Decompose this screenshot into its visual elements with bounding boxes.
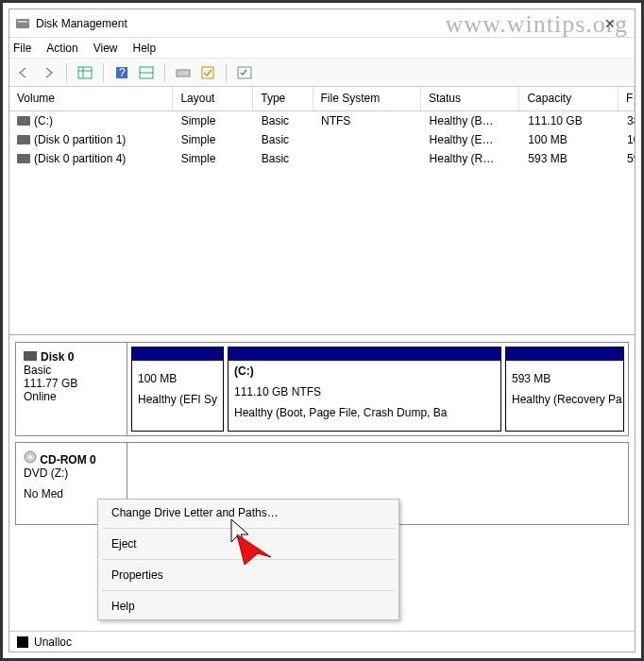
unallocated-label: Unalloc [34, 636, 72, 649]
cell-type: Basic [254, 131, 314, 148]
disk-icon [15, 16, 30, 31]
table-row[interactable]: (C:) Simple Basic NTFS Healthy (B… 111.1… [9, 111, 635, 130]
cell-free: 100 MB [619, 131, 635, 148]
settings-icon[interactable] [136, 62, 157, 83]
cell-volume: (Disk 0 partition 4) [34, 152, 126, 165]
context-menu: Change Drive Letter and Paths… Eject Pro… [97, 499, 399, 620]
col-layout[interactable]: Layout [173, 87, 253, 110]
cell-free: 38.04 G [619, 112, 635, 129]
menu-separator [102, 590, 395, 591]
cell-fs [314, 138, 422, 142]
menu-separator [102, 528, 395, 529]
menu-separator [102, 559, 395, 560]
cd-icon [24, 450, 37, 464]
part-size: 100 MB [132, 368, 223, 389]
separator [66, 63, 67, 82]
cell-type: Basic [254, 150, 314, 167]
titlebar: Disk Management ✕ [9, 9, 635, 38]
disk-type: Basic [24, 364, 119, 377]
drive-icon[interactable] [173, 62, 194, 83]
disk-0-label[interactable]: Disk 0 Basic 111.77 GB Online [16, 343, 127, 435]
unallocated-swatch [17, 636, 28, 648]
disk-size: 111.77 GB [24, 377, 119, 390]
cell-status: Healthy (E… [422, 131, 521, 148]
part-status: Healthy (Boot, Page File, Crash Dump, Ba [229, 402, 500, 423]
separator [226, 63, 227, 82]
legend-footer: Unalloc [9, 631, 635, 652]
partition-bar [506, 347, 623, 361]
volume-list[interactable]: (C:) Simple Basic NTFS Healthy (B… 111.1… [9, 111, 635, 334]
volume-list-header: Volume Layout Type File System Status Ca… [9, 87, 635, 111]
menu-eject[interactable]: Eject [98, 531, 398, 557]
cell-volume: (C:) [34, 114, 53, 127]
col-volume[interactable]: Volume [9, 87, 173, 110]
partition[interactable]: 593 MB Healthy (Recovery Pa [505, 347, 624, 432]
svg-point-13 [28, 455, 32, 459]
disk-icon [24, 351, 37, 361]
volume-icon [17, 116, 30, 126]
view-list-icon[interactable] [75, 62, 95, 83]
part-title: (C:) [234, 364, 254, 378]
cdrom-name: CD-ROM 0 [40, 453, 95, 466]
menu-help[interactable]: Help [98, 593, 398, 619]
menu-properties[interactable]: Properties [98, 562, 398, 588]
cell-capacity: 593 MB [520, 150, 619, 167]
svg-rect-0 [16, 19, 29, 28]
disk-0-partitions: 100 MB Healthy (EFI Sy (C:) 111.10 GB NT… [127, 343, 628, 435]
cell-status: Healthy (R… [422, 150, 521, 167]
col-free[interactable]: Free Sp [619, 87, 635, 110]
menu-view[interactable]: View [93, 42, 118, 55]
disk-0-row: Disk 0 Basic 111.77 GB Online 100 MB Hea… [15, 342, 629, 436]
menu-change-drive-letter[interactable]: Change Drive Letter and Paths… [98, 500, 398, 526]
toolbar: ? [9, 59, 635, 87]
close-button[interactable]: ✕ [591, 16, 629, 31]
volume-icon [17, 154, 30, 163]
cell-layout: Simple [174, 131, 254, 148]
table-row[interactable]: (Disk 0 partition 1) Simple Basic Health… [9, 130, 635, 149]
part-status: Healthy (Recovery Pa [506, 389, 623, 410]
cell-fs [314, 157, 422, 161]
svg-rect-1 [18, 21, 27, 23]
cell-capacity: 100 MB [520, 131, 619, 148]
help-icon[interactable]: ? [111, 62, 132, 83]
col-capacity[interactable]: Capacity [519, 87, 619, 110]
menu-action[interactable]: Action [46, 42, 77, 55]
window-title: Disk Management [36, 17, 591, 30]
part-size: 111.10 GB NTFS [229, 381, 500, 402]
disk-name: Disk 0 [41, 350, 74, 364]
partition[interactable]: (C:) 111.10 GB NTFS Healthy (Boot, Page … [228, 347, 501, 432]
cell-layout: Simple [174, 150, 254, 167]
menu-file[interactable]: File [13, 42, 31, 55]
menu-help[interactable]: Help [133, 42, 157, 55]
separator [103, 63, 104, 82]
part-status: Healthy (EFI Sy [132, 389, 223, 410]
cell-layout: Simple [174, 112, 254, 129]
part-size: 593 MB [506, 368, 623, 389]
svg-rect-9 [177, 70, 190, 76]
cell-free: 593 MB [619, 150, 635, 167]
svg-rect-10 [202, 67, 213, 78]
cell-capacity: 111.10 GB [520, 112, 619, 129]
col-fs[interactable]: File System [314, 87, 421, 110]
table-row[interactable]: (Disk 0 partition 4) Simple Basic Health… [9, 149, 635, 168]
menubar: File Action View Help [9, 38, 635, 59]
cell-status: Healthy (B… [422, 112, 521, 129]
col-type[interactable]: Type [253, 87, 313, 110]
volume-icon [17, 135, 30, 144]
cell-volume: (Disk 0 partition 1) [34, 133, 126, 146]
cell-type: Basic [254, 112, 314, 129]
list-check-icon[interactable] [234, 62, 255, 83]
svg-rect-2 [78, 67, 92, 78]
col-status[interactable]: Status [421, 87, 520, 110]
separator [164, 63, 165, 82]
svg-text:?: ? [119, 66, 126, 79]
cell-fs: NTFS [314, 112, 422, 129]
check-icon[interactable] [197, 62, 218, 83]
partition-bar [229, 347, 500, 361]
partition[interactable]: 100 MB Healthy (EFI Sy [131, 347, 224, 432]
back-button[interactable] [13, 62, 34, 83]
forward-button[interactable] [38, 62, 59, 83]
disk-state: Online [24, 390, 119, 403]
cdrom-drive: DVD (Z:) [24, 466, 119, 480]
partition-bar [132, 347, 223, 361]
